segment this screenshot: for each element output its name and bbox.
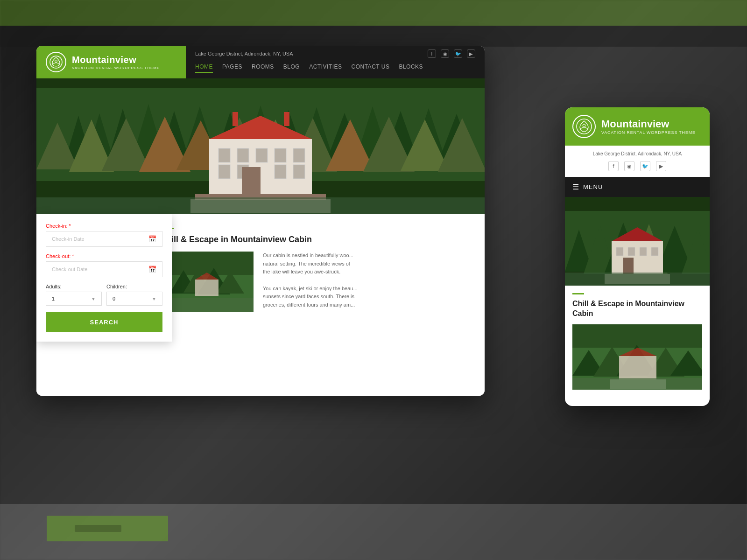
svg-rect-73 — [623, 258, 634, 274]
checkin-label: Check-in: * — [46, 223, 162, 229]
svg-rect-72 — [651, 247, 658, 256]
mobile-content: Chill & Escape in Mountainview Cabin — [565, 286, 710, 397]
booking-form: Check-in: * Check-in Date 📅 Check-out: *… — [36, 214, 172, 342]
adults-group: Adults: 1 ▼ — [46, 284, 102, 306]
svg-rect-75 — [605, 274, 670, 284]
desktop-nav-area: Lake George District, Adirondack, NY, US… — [186, 46, 485, 78]
desktop-nav: HOME PAGES ROOMS BLOG ACTIVITIES CONTACT… — [186, 63, 485, 78]
content-text-3: the lake will leave you awe-struck. — [263, 268, 358, 276]
checkout-placeholder: Check-out Date — [52, 266, 87, 272]
scene: Mountainview VACATION RENTAL WORDPRESS T… — [0, 0, 747, 560]
mobile-instagram-icon[interactable]: ◉ — [624, 161, 634, 171]
mobile-mockup: Mountainview VACATION RENTAL WORDPRESS T… — [565, 107, 710, 406]
svg-rect-34 — [237, 148, 249, 162]
svg-rect-47 — [190, 199, 331, 213]
mobile-facebook-icon[interactable]: f — [608, 161, 619, 171]
guests-row: Adults: 1 ▼ Children: 0 ▼ — [46, 284, 162, 306]
content-flex: Our cabin is nestled in beautifully woo.… — [160, 252, 471, 312]
svg-rect-35 — [256, 148, 268, 162]
nav-item-activities[interactable]: ACTIVITIES — [309, 63, 342, 73]
nav-item-contact[interactable]: CONTACT US — [352, 63, 390, 73]
children-label: Children: — [106, 284, 162, 289]
desktop-logo-area: Mountainview VACATION RENTAL WORDPRESS T… — [36, 46, 186, 78]
checkin-calendar-icon: 📅 — [148, 235, 156, 243]
mobile-menu-bar[interactable]: ☰ MENU — [565, 177, 710, 197]
svg-rect-40 — [275, 165, 286, 179]
adults-label: Adults: — [46, 284, 102, 289]
svg-point-58 — [583, 124, 585, 127]
svg-rect-33 — [218, 148, 230, 162]
children-chevron-icon: ▼ — [152, 296, 156, 301]
svg-rect-43 — [233, 112, 238, 126]
mobile-youtube-icon[interactable]: ▶ — [656, 161, 666, 171]
twitter-icon[interactable]: 🐦 — [454, 49, 462, 58]
desktop-logo-subtitle: VACATION RENTAL WORDPRESS THEME — [72, 66, 160, 70]
search-button[interactable]: SEARCH — [46, 312, 162, 332]
content-text-5: sunsets since yard faces south. There is — [263, 293, 358, 301]
checkin-label-text: Check-in: — [46, 223, 67, 229]
desktop-logo-icon — [46, 52, 66, 72]
svg-rect-38 — [218, 165, 230, 179]
svg-rect-44 — [284, 112, 289, 126]
checkin-group: Check-in: * Check-in Date 📅 — [46, 223, 162, 247]
mobile-logo-subtitle: VACATION RENTAL WORDPRESS THEME — [601, 130, 696, 135]
adults-select[interactable]: 1 ▼ — [46, 292, 102, 306]
svg-rect-42 — [242, 167, 261, 195]
youtube-icon[interactable]: ▶ — [467, 49, 475, 58]
content-text-4: You can kayak, jet ski or enjoy the beau… — [263, 285, 358, 293]
children-select[interactable]: 0 ▼ — [106, 292, 162, 306]
desktop-social: f ◉ 🐦 ▶ — [428, 49, 475, 58]
content-description: Our cabin is nestled in beautifully woo.… — [263, 252, 358, 312]
content-text-6: groceries, different tours and many am..… — [263, 301, 358, 309]
mobile-info-bar: Lake George District, Adirondack, NY, US… — [565, 146, 710, 177]
mobile-logo-icon — [572, 115, 596, 138]
svg-rect-37 — [293, 148, 305, 162]
mobile-header: Mountainview VACATION RENTAL WORDPRESS T… — [565, 107, 710, 146]
nav-item-rooms[interactable]: ROOMS — [252, 63, 274, 73]
checkout-label: Check-out: * — [46, 253, 162, 259]
desktop-hero — [36, 78, 485, 214]
checkin-input[interactable]: Check-in Date 📅 — [46, 231, 162, 247]
mobile-social: f ◉ 🐦 ▶ — [572, 161, 702, 171]
menu-label: MENU — [583, 183, 603, 190]
content-text-2: natural setting. The incredible views of — [263, 260, 358, 268]
content-text-1: Our cabin is nestled in beautifully woo.… — [263, 252, 358, 260]
svg-rect-71 — [640, 247, 647, 256]
svg-rect-83 — [619, 356, 656, 379]
mobile-section-divider — [572, 293, 584, 294]
mobile-twitter-icon[interactable]: 🐦 — [640, 161, 650, 171]
mobile-logo-title: Mountainview — [601, 118, 696, 130]
desktop-logo-text: Mountainview VACATION RENTAL WORDPRESS T… — [72, 55, 160, 70]
checkout-input[interactable]: Check-out Date 📅 — [46, 261, 162, 277]
desktop-topbar: Lake George District, Adirondack, NY, US… — [186, 46, 485, 58]
children-group: Children: 0 ▼ — [106, 284, 162, 306]
nav-item-pages[interactable]: PAGES — [222, 63, 242, 73]
desktop-header: Mountainview VACATION RENTAL WORDPRESS T… — [36, 46, 485, 78]
svg-rect-36 — [275, 148, 286, 162]
mobile-location: Lake George District, Adirondack, NY, US… — [572, 151, 702, 156]
checkin-required: * — [69, 223, 71, 229]
svg-rect-54 — [195, 280, 218, 296]
instagram-icon[interactable]: ◉ — [441, 49, 449, 58]
svg-rect-70 — [628, 247, 635, 256]
desktop-right-content: Chill & Escape in Mountainview Cabin — [160, 223, 471, 386]
children-value: 0 — [113, 296, 115, 301]
nav-item-home[interactable]: HOME — [195, 63, 213, 73]
checkout-label-text: Check-out: — [46, 253, 70, 259]
desktop-logo-title: Mountainview — [72, 55, 160, 65]
checkout-required: * — [72, 253, 74, 259]
adults-chevron-icon: ▼ — [91, 296, 96, 301]
nav-item-blocks[interactable]: BLOCKS — [399, 63, 423, 73]
adults-value: 1 — [52, 296, 55, 301]
svg-point-1 — [55, 60, 57, 63]
checkout-group: Check-out: * Check-out Date 📅 — [46, 253, 162, 277]
hamburger-icon: ☰ — [572, 182, 579, 191]
svg-rect-41 — [293, 165, 305, 179]
checkin-placeholder: Check-in Date — [52, 236, 85, 242]
mobile-hero — [565, 197, 710, 286]
nav-item-blog[interactable]: BLOG — [283, 63, 300, 73]
facebook-icon[interactable]: f — [428, 49, 436, 58]
content-title: Chill & Escape in Mountainview Cabin — [160, 235, 471, 245]
svg-rect-56 — [160, 298, 254, 312]
svg-rect-86 — [610, 379, 666, 389]
